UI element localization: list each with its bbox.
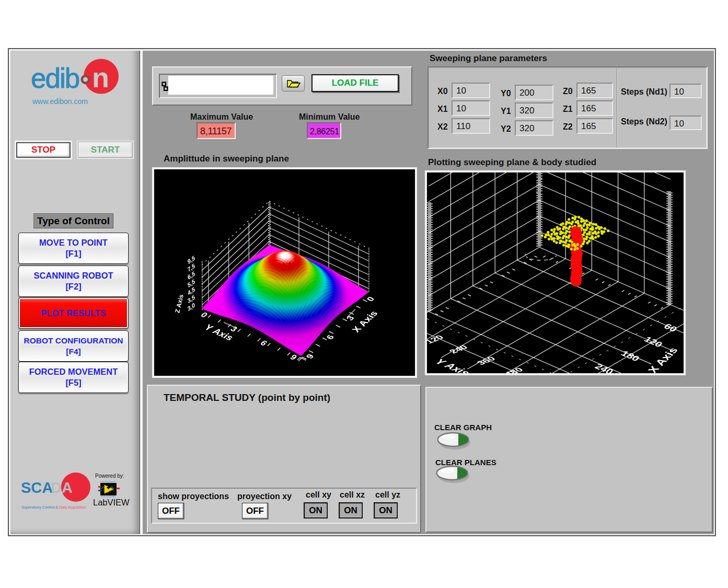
svg-text:DA: DA <box>51 479 73 496</box>
svg-text:edib: edib <box>31 63 79 94</box>
svg-text:LabVIEW: LabVIEW <box>93 498 130 507</box>
svg-text:Powered by:: Powered by: <box>95 473 124 479</box>
svg-text:SCA: SCA <box>21 479 53 496</box>
svg-text:n: n <box>92 62 109 93</box>
svg-text:Supervisory Control & Data Acq: Supervisory Control & Data Acquisition <box>21 505 86 510</box>
